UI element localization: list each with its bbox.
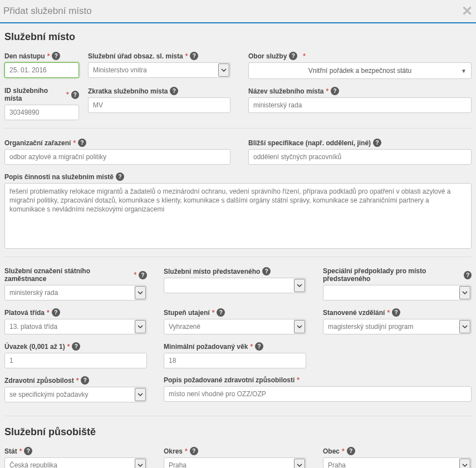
required-marker: * xyxy=(76,377,79,385)
help-icon[interactable]: ? xyxy=(71,91,79,99)
label-min-vek: Minimální požadovaný věk xyxy=(164,343,248,351)
label-organizacni: Organizační zařazení xyxy=(4,139,71,147)
section-sluzebni-misto: Služební místo xyxy=(4,31,472,43)
help-icon[interactable]: ? xyxy=(24,447,32,455)
required-marker: * xyxy=(73,139,76,147)
label-stat: Stát xyxy=(4,447,17,455)
popis-zdrav-input[interactable] xyxy=(164,386,472,402)
label-oznaceni: Služební označení státního zaměstnance xyxy=(4,267,132,283)
label-uvazek: Úvazek (0,001 až 1) xyxy=(4,343,65,351)
required-marker: * xyxy=(67,343,70,351)
required-marker: * xyxy=(250,343,253,351)
predstaveny-select[interactable] xyxy=(164,278,306,293)
label-zkratka: Zkratka služebního místa xyxy=(88,87,168,95)
required-marker: * xyxy=(47,52,50,60)
help-icon[interactable]: ? xyxy=(52,308,60,317)
chevron-down-icon[interactable] xyxy=(459,459,470,468)
id-mista-input[interactable] xyxy=(4,105,79,120)
divider xyxy=(4,416,472,416)
platova-select[interactable] xyxy=(4,319,147,334)
help-icon[interactable]: ? xyxy=(289,52,297,60)
utajeni-select[interactable] xyxy=(164,319,306,334)
organizacni-input[interactable] xyxy=(4,149,230,165)
help-icon[interactable]: ? xyxy=(72,342,80,351)
divider xyxy=(4,257,472,257)
zkratka-input[interactable] xyxy=(88,97,230,113)
label-okres: Okres xyxy=(164,447,183,455)
help-icon[interactable]: ? xyxy=(116,173,124,181)
uvazek-input[interactable] xyxy=(4,353,147,368)
chevron-down-icon[interactable] xyxy=(459,320,470,333)
help-icon[interactable]: ? xyxy=(170,87,178,95)
required-marker: * xyxy=(66,91,69,98)
vzdelani-select[interactable] xyxy=(323,319,472,334)
required-marker: * xyxy=(297,376,300,384)
label-obor: Obor služby xyxy=(248,52,287,60)
header-divider xyxy=(0,22,476,23)
blizsi-input[interactable] xyxy=(248,149,472,165)
label-nazev: Název služebního místa xyxy=(248,87,323,95)
min-vek-input[interactable] xyxy=(164,353,306,368)
label-platova: Platová třída xyxy=(4,309,45,317)
obor-select[interactable]: Vnitřní pořádek a bezpečnost státu ▼ xyxy=(248,62,472,79)
required-marker: * xyxy=(326,87,328,95)
help-icon[interactable]: ? xyxy=(217,308,225,317)
stat-select[interactable] xyxy=(4,457,147,468)
chevron-down-icon[interactable] xyxy=(135,286,146,299)
help-icon[interactable]: ? xyxy=(255,342,263,351)
help-icon[interactable]: ? xyxy=(139,271,147,279)
oznaceni-select[interactable] xyxy=(4,285,147,300)
label-spec-predpoklady: Speciální předpoklady pro místo představ… xyxy=(323,267,462,283)
caret-down-icon: ▼ xyxy=(461,68,467,74)
chevron-down-icon[interactable] xyxy=(294,279,305,292)
divider xyxy=(4,128,472,129)
label-utajeni: Stupeň utajení xyxy=(164,309,210,317)
help-icon[interactable]: ? xyxy=(190,447,198,455)
help-icon[interactable]: ? xyxy=(392,308,400,317)
label-vzdelani: Stanovené vzdělání xyxy=(323,309,385,317)
label-popis-zdrav: Popis požadované zdravotní způsobilosti xyxy=(164,376,295,384)
help-icon[interactable]: ? xyxy=(190,52,198,60)
label-id-mista: ID služebního místa xyxy=(4,87,64,102)
urad-select[interactable] xyxy=(88,62,230,78)
required-marker: * xyxy=(342,447,345,455)
chevron-down-icon[interactable] xyxy=(294,459,305,468)
help-icon[interactable]: ? xyxy=(78,139,86,147)
zdrav-select[interactable] xyxy=(4,387,147,402)
required-marker: * xyxy=(185,52,188,60)
chevron-down-icon[interactable] xyxy=(135,459,146,468)
nazev-input[interactable] xyxy=(248,97,472,113)
chevron-down-icon[interactable] xyxy=(459,286,470,299)
label-predstaveny: Služební místo představeného xyxy=(164,268,260,275)
help-icon[interactable]: ? xyxy=(464,271,472,279)
chevron-down-icon[interactable] xyxy=(135,388,146,401)
popis-cinnosti-textarea[interactable] xyxy=(4,183,472,249)
required-marker: * xyxy=(387,309,390,317)
help-icon[interactable]: ? xyxy=(347,447,355,455)
required-marker: * xyxy=(47,309,50,317)
chevron-down-icon[interactable] xyxy=(218,63,229,77)
okres-select[interactable] xyxy=(164,457,306,468)
label-urad: Služební úřad obsaz. sl. místa xyxy=(88,52,183,60)
obec-select[interactable] xyxy=(323,457,472,468)
label-den-nastupu: Den nástupu xyxy=(4,52,45,60)
modal-title: Přidat služební místo xyxy=(3,6,92,17)
help-icon[interactable]: ? xyxy=(81,376,89,385)
chevron-down-icon[interactable] xyxy=(294,320,305,333)
den-nastupu-input[interactable] xyxy=(4,62,79,78)
help-icon[interactable]: ? xyxy=(373,139,381,147)
required-marker: * xyxy=(19,447,22,455)
help-icon[interactable]: ? xyxy=(331,87,339,95)
label-obec: Obec xyxy=(323,447,340,455)
chevron-down-icon[interactable] xyxy=(135,320,146,333)
obor-value: Vnitřní pořádek a bezpečnost státu xyxy=(308,67,411,75)
section-sluzebni-pusobiste: Služební působiště xyxy=(4,426,472,438)
spec-predpoklady-select[interactable] xyxy=(323,285,472,300)
label-blizsi: Bližší specifikace (např. oddělení, jiné… xyxy=(248,139,371,147)
help-icon[interactable]: ? xyxy=(52,52,60,60)
required-marker: * xyxy=(303,52,306,60)
label-popis-cinnosti: Popis činnosti na služebním místě xyxy=(4,173,114,181)
help-icon[interactable]: ? xyxy=(262,267,271,275)
required-marker: * xyxy=(185,447,188,455)
close-icon[interactable]: ✕ xyxy=(462,4,473,18)
